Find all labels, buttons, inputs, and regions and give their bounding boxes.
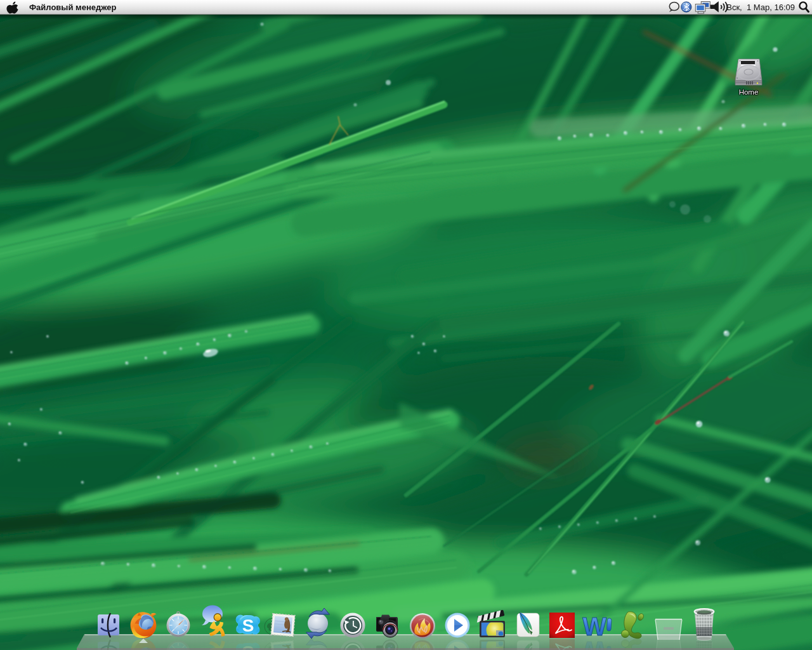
svg-text:W: W: [582, 637, 606, 650]
svg-text:Вск, 1 Мар, 16:09: Вск, 1 Мар, 16:09: [726, 3, 795, 12]
svg-text:Home: Home: [739, 88, 759, 96]
svg-text:S: S: [242, 616, 254, 635]
svg-text:W: W: [582, 613, 606, 640]
